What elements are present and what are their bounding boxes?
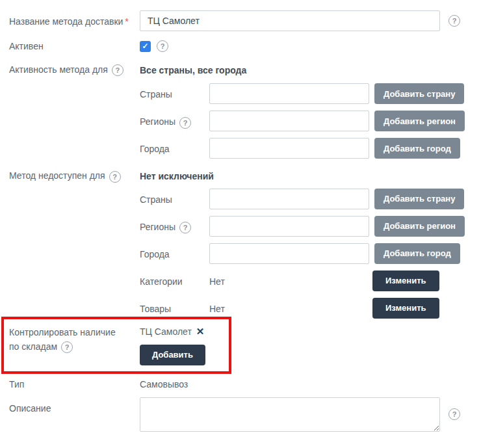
unavailable-label: Метод недоступен для?	[9, 170, 140, 182]
sub-row-countries: Страны Добавить страну	[140, 189, 472, 209]
add-region-button[interactable]: Добавить регион	[374, 111, 465, 131]
warehouse-tag-label: ТЦ Самолет	[140, 326, 192, 337]
warehouses-label: Контролировать наличие по складам?	[9, 325, 140, 365]
countries-input[interactable]	[209, 189, 369, 209]
edit-categories-button[interactable]: Изменить	[372, 270, 439, 291]
row-active: Активен ✓ ?	[9, 40, 472, 52]
regions-label: Регионы?	[140, 216, 209, 233]
cities-label: Города	[140, 243, 209, 260]
activity-sub-block: Страны Добавить страну Регионы? Добавить…	[140, 83, 472, 159]
help-icon[interactable]: ?	[109, 171, 121, 183]
unavailable-summary: Нет исключений	[140, 170, 214, 182]
row-name: Название метода доставки* ?	[9, 10, 472, 31]
regions-label-text: Регионы	[140, 222, 176, 232]
sub-row-products: Товары Нет Изменить	[140, 298, 472, 319]
active-label: Активен	[9, 40, 140, 52]
help-icon[interactable]: ?	[61, 341, 73, 353]
description-content: ?	[140, 397, 472, 432]
remove-icon[interactable]: ✕	[196, 326, 205, 336]
unavailable-label-text: Метод недоступен для	[9, 170, 105, 181]
description-label: Описание	[9, 397, 140, 432]
type-label: Тип	[9, 378, 140, 390]
activity-summary-wrap: Все страны, все города	[140, 64, 472, 76]
cities-input[interactable]	[209, 138, 369, 159]
sub-row-cities: Города Добавить город	[140, 243, 472, 264]
add-country-button[interactable]: Добавить страну	[374, 189, 464, 209]
cities-label: Города	[140, 138, 209, 155]
row-unavailable-header: Метод недоступен для? Нет исключений	[9, 170, 472, 182]
add-city-button[interactable]: Добавить город	[374, 243, 460, 264]
active-checkbox[interactable]: ✓	[140, 41, 151, 52]
countries-input[interactable]	[209, 83, 369, 104]
products-label: Товары	[140, 298, 209, 315]
description-textarea[interactable]	[140, 397, 440, 432]
type-value: Самовывоз	[140, 378, 188, 390]
type-content: Самовывоз	[140, 378, 472, 390]
row-description: Описание ?	[9, 397, 472, 432]
cities-input[interactable]	[209, 243, 369, 264]
sub-row-regions: Регионы? Добавить регион	[140, 216, 472, 237]
regions-input[interactable]	[209, 216, 369, 237]
countries-label: Страны	[140, 83, 209, 100]
sub-row-cities: Города Добавить город	[140, 138, 472, 159]
regions-input[interactable]	[209, 111, 369, 131]
unavailable-sub-block: Страны Добавить страну Регионы? Добавить…	[140, 189, 472, 319]
active-content: ✓ ?	[140, 40, 472, 52]
add-region-button[interactable]: Добавить регион	[374, 216, 465, 237]
categories-label: Категории	[140, 270, 209, 287]
add-warehouse-button[interactable]: Добавить	[140, 345, 205, 365]
categories-value: Нет	[209, 270, 372, 287]
required-asterisk: *	[125, 16, 128, 27]
activity-label-text: Активность метода для	[9, 64, 108, 75]
add-city-button[interactable]: Добавить город	[374, 138, 460, 159]
regions-label-text: Регионы	[140, 116, 176, 127]
warehouses-label-line1: Контролировать наличие	[9, 327, 116, 337]
row-type: Тип Самовывоз	[9, 378, 472, 390]
unavailable-summary-wrap: Нет исключений	[140, 170, 472, 182]
name-label: Название метода доставки*	[9, 10, 140, 31]
help-icon[interactable]: ?	[179, 222, 191, 233]
products-value: Нет	[209, 298, 372, 315]
warehouses-content: ТЦ Самолет ✕ Добавить	[140, 325, 472, 365]
sub-row-categories: Категории Нет Изменить	[140, 270, 472, 291]
name-input[interactable]	[140, 10, 440, 31]
activity-label: Активность метода для?	[9, 64, 140, 76]
sub-row-regions: Регионы? Добавить регион	[140, 111, 472, 131]
warehouses-label-line2: по складам	[9, 341, 57, 352]
countries-label: Страны	[140, 189, 209, 205]
help-icon[interactable]: ?	[179, 117, 191, 129]
name-label-text: Название метода доставки	[9, 16, 123, 27]
help-icon[interactable]: ?	[112, 64, 124, 76]
regions-label: Регионы?	[140, 111, 209, 128]
add-country-button[interactable]: Добавить страну	[374, 83, 464, 104]
row-activity-header: Активность метода для? Все страны, все г…	[9, 64, 472, 76]
sub-row-countries: Страны Добавить страну	[140, 83, 472, 104]
edit-products-button[interactable]: Изменить	[372, 298, 439, 319]
delivery-method-form: Название метода доставки* ? Активен ✓ ? …	[0, 0, 481, 437]
name-content: ?	[140, 10, 472, 31]
help-icon[interactable]: ?	[448, 15, 460, 27]
warehouse-tag: ТЦ Самолет ✕	[140, 325, 472, 338]
row-warehouses: Контролировать наличие по складам? ТЦ Са…	[9, 325, 472, 365]
help-icon[interactable]: ?	[157, 40, 168, 52]
activity-summary: Все страны, все города	[140, 64, 246, 76]
help-icon[interactable]: ?	[448, 408, 460, 420]
